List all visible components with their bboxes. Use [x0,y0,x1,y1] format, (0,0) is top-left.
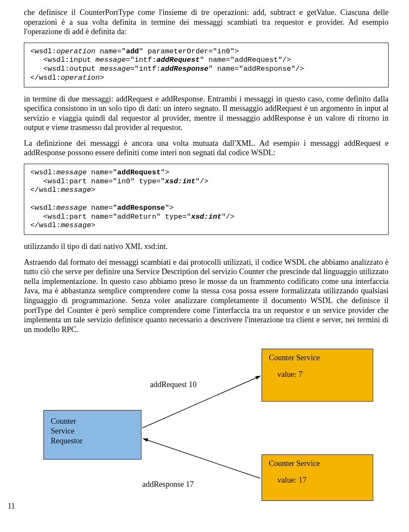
label-addrequest: addRequest 10 [150,380,196,389]
service-box-top: Counter Service value: 7 [262,349,373,402]
service-top-value: value: 7 [269,370,367,379]
label-addresponse: addResponse 17 [142,480,194,489]
service-box-bottom: Counter Service value: 17 [262,454,373,501]
paragraph-2a: in termine di due messaggi: addRequest e… [24,94,389,133]
service-bottom-title: Counter Service [269,459,367,468]
code-block-2: <wsdl:message name="addRequest"> <wsdl:p… [24,164,389,235]
paragraph-4: Astraendo dal formato dei messaggi scamb… [24,257,389,335]
paragraph-2b: La definizione dei messaggi è ancora una… [24,139,389,158]
paragraph-1: che definisce il CounterPortType come l'… [24,8,389,37]
page: che definisce il CounterPortType come l'… [0,0,409,513]
service-top-title: Counter Service [269,353,367,362]
code-block-1: <wsdl:operation name="add" parameterOrde… [24,43,389,87]
page-number: 11 [8,502,15,511]
paragraph-3: utilizzando il tipo di dati nativo XML x… [24,242,389,252]
requestor-box: Counter Service Requestor [43,410,141,460]
rpc-diagram: Counter Service Requestor Counter Servic… [24,343,389,500]
svg-line-1 [143,439,260,478]
service-bottom-value: value: 17 [269,476,367,485]
